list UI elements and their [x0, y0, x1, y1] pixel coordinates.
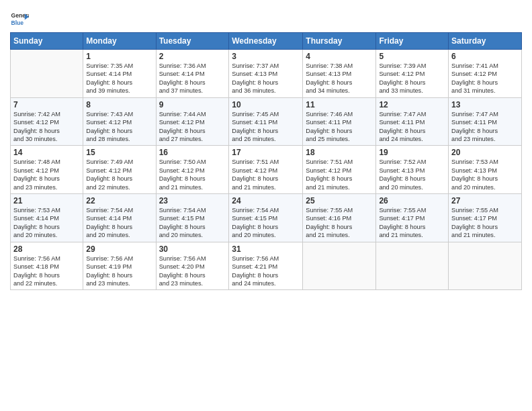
calendar-cell — [11, 50, 83, 98]
cell-content: Sunrise: 7:44 AM Sunset: 4:12 PM Dayligh… — [159, 110, 226, 144]
day-number: 15 — [86, 148, 152, 157]
cell-content: Sunrise: 7:53 AM Sunset: 4:13 PM Dayligh… — [451, 158, 519, 191]
calendar-cell: 22Sunrise: 7:54 AM Sunset: 4:14 PM Dayli… — [83, 194, 156, 242]
cell-content: Sunrise: 7:56 AM Sunset: 4:19 PM Dayligh… — [86, 255, 152, 288]
cell-content: Sunrise: 7:54 AM Sunset: 4:15 PM Dayligh… — [232, 206, 300, 240]
cell-content: Sunrise: 7:39 AM Sunset: 4:12 PM Dayligh… — [379, 62, 445, 95]
cell-content: Sunrise: 7:50 AM Sunset: 4:12 PM Dayligh… — [159, 158, 226, 191]
cell-content: Sunrise: 7:55 AM Sunset: 4:17 PM Dayligh… — [379, 206, 445, 240]
calendar-header-row: SundayMondayTuesdayWednesdayThursdayFrid… — [11, 33, 522, 50]
cell-content: Sunrise: 7:56 AM Sunset: 4:21 PM Dayligh… — [232, 255, 300, 288]
cell-content: Sunrise: 7:36 AM Sunset: 4:14 PM Dayligh… — [159, 62, 226, 95]
day-number: 30 — [159, 244, 226, 254]
day-number: 1 — [86, 52, 152, 61]
day-number: 5 — [379, 52, 445, 61]
logo-icon: General Blue — [10, 9, 29, 28]
day-header: Monday — [83, 33, 156, 50]
cell-content: Sunrise: 7:45 AM Sunset: 4:11 PM Dayligh… — [232, 110, 300, 144]
calendar-cell: 16Sunrise: 7:50 AM Sunset: 4:12 PM Dayli… — [156, 146, 229, 194]
calendar-cell — [303, 242, 376, 290]
cell-content: Sunrise: 7:56 AM Sunset: 4:18 PM Dayligh… — [13, 255, 80, 288]
day-header: Sunday — [11, 33, 83, 50]
calendar-cell: 5Sunrise: 7:39 AM Sunset: 4:12 PM Daylig… — [376, 50, 449, 98]
calendar-cell: 19Sunrise: 7:52 AM Sunset: 4:13 PM Dayli… — [376, 146, 449, 194]
day-number: 23 — [159, 196, 226, 205]
day-number: 12 — [379, 100, 445, 109]
day-number: 24 — [232, 196, 300, 205]
day-number: 26 — [379, 196, 445, 205]
calendar-cell: 2Sunrise: 7:36 AM Sunset: 4:14 PM Daylig… — [156, 50, 229, 98]
cell-content: Sunrise: 7:55 AM Sunset: 4:16 PM Dayligh… — [306, 206, 373, 240]
cell-content: Sunrise: 7:52 AM Sunset: 4:13 PM Dayligh… — [379, 158, 445, 191]
cell-content: Sunrise: 7:46 AM Sunset: 4:11 PM Dayligh… — [306, 110, 373, 144]
day-number: 17 — [232, 148, 300, 157]
cell-content: Sunrise: 7:42 AM Sunset: 4:12 PM Dayligh… — [13, 110, 80, 144]
day-header: Tuesday — [156, 33, 229, 50]
calendar-cell: 7Sunrise: 7:42 AM Sunset: 4:12 PM Daylig… — [11, 97, 83, 146]
calendar-cell: 8Sunrise: 7:43 AM Sunset: 4:12 PM Daylig… — [83, 97, 156, 146]
calendar-cell: 24Sunrise: 7:54 AM Sunset: 4:15 PM Dayli… — [229, 194, 303, 242]
calendar-cell: 23Sunrise: 7:54 AM Sunset: 4:15 PM Dayli… — [156, 194, 229, 242]
day-number: 31 — [232, 244, 300, 254]
calendar-week-row: 14Sunrise: 7:48 AM Sunset: 4:12 PM Dayli… — [11, 146, 522, 194]
calendar-cell: 27Sunrise: 7:55 AM Sunset: 4:17 PM Dayli… — [449, 194, 522, 242]
day-header: Wednesday — [229, 33, 303, 50]
calendar-cell: 25Sunrise: 7:55 AM Sunset: 4:16 PM Dayli… — [303, 194, 376, 242]
day-number: 6 — [451, 52, 519, 61]
calendar-cell: 9Sunrise: 7:44 AM Sunset: 4:12 PM Daylig… — [156, 97, 229, 146]
cell-content: Sunrise: 7:55 AM Sunset: 4:17 PM Dayligh… — [451, 206, 519, 240]
day-number: 9 — [159, 100, 226, 109]
calendar-cell: 17Sunrise: 7:51 AM Sunset: 4:12 PM Dayli… — [229, 146, 303, 194]
calendar-cell: 3Sunrise: 7:37 AM Sunset: 4:13 PM Daylig… — [229, 50, 303, 98]
calendar-cell: 13Sunrise: 7:47 AM Sunset: 4:11 PM Dayli… — [449, 97, 522, 146]
cell-content: Sunrise: 7:53 AM Sunset: 4:14 PM Dayligh… — [13, 206, 80, 240]
calendar-week-row: 1Sunrise: 7:35 AM Sunset: 4:14 PM Daylig… — [11, 50, 522, 98]
calendar-cell: 29Sunrise: 7:56 AM Sunset: 4:19 PM Dayli… — [83, 242, 156, 290]
cell-content: Sunrise: 7:41 AM Sunset: 4:12 PM Dayligh… — [451, 62, 519, 95]
calendar-cell: 31Sunrise: 7:56 AM Sunset: 4:21 PM Dayli… — [229, 242, 303, 290]
cell-content: Sunrise: 7:49 AM Sunset: 4:12 PM Dayligh… — [86, 158, 152, 191]
day-number: 3 — [232, 52, 300, 61]
calendar-cell: 18Sunrise: 7:51 AM Sunset: 4:12 PM Dayli… — [303, 146, 376, 194]
day-number: 21 — [13, 196, 80, 205]
cell-content: Sunrise: 7:54 AM Sunset: 4:14 PM Dayligh… — [86, 206, 152, 240]
day-number: 14 — [13, 148, 80, 157]
day-header: Saturday — [449, 33, 522, 50]
day-number: 27 — [451, 196, 519, 205]
calendar-cell: 10Sunrise: 7:45 AM Sunset: 4:11 PM Dayli… — [229, 97, 303, 146]
cell-content: Sunrise: 7:43 AM Sunset: 4:12 PM Dayligh… — [86, 110, 152, 144]
cell-content: Sunrise: 7:48 AM Sunset: 4:12 PM Dayligh… — [13, 158, 80, 191]
page: General Blue SundayMondayTuesdayWednesda… — [0, 0, 532, 411]
cell-content: Sunrise: 7:37 AM Sunset: 4:13 PM Dayligh… — [232, 62, 300, 95]
calendar-week-row: 7Sunrise: 7:42 AM Sunset: 4:12 PM Daylig… — [11, 97, 522, 146]
day-number: 20 — [451, 148, 519, 157]
calendar-cell: 21Sunrise: 7:53 AM Sunset: 4:14 PM Dayli… — [11, 194, 83, 242]
cell-content: Sunrise: 7:54 AM Sunset: 4:15 PM Dayligh… — [159, 206, 226, 240]
day-number: 13 — [451, 100, 519, 109]
cell-content: Sunrise: 7:47 AM Sunset: 4:11 PM Dayligh… — [379, 110, 445, 144]
cell-content: Sunrise: 7:35 AM Sunset: 4:14 PM Dayligh… — [86, 62, 152, 95]
calendar-cell: 30Sunrise: 7:56 AM Sunset: 4:20 PM Dayli… — [156, 242, 229, 290]
calendar-week-row: 28Sunrise: 7:56 AM Sunset: 4:18 PM Dayli… — [11, 242, 522, 290]
day-number: 11 — [306, 100, 373, 109]
day-number: 19 — [379, 148, 445, 157]
day-number: 25 — [306, 196, 373, 205]
calendar-cell: 4Sunrise: 7:38 AM Sunset: 4:13 PM Daylig… — [303, 50, 376, 98]
calendar-cell: 11Sunrise: 7:46 AM Sunset: 4:11 PM Dayli… — [303, 97, 376, 146]
calendar-cell: 28Sunrise: 7:56 AM Sunset: 4:18 PM Dayli… — [11, 242, 83, 290]
calendar-cell — [449, 242, 522, 290]
day-header: Thursday — [303, 33, 376, 50]
day-number: 18 — [306, 148, 373, 157]
header: General Blue — [10, 7, 522, 28]
calendar-cell: 12Sunrise: 7:47 AM Sunset: 4:11 PM Dayli… — [376, 97, 449, 146]
calendar-cell: 15Sunrise: 7:49 AM Sunset: 4:12 PM Dayli… — [83, 146, 156, 194]
day-header: Friday — [376, 33, 449, 50]
cell-content: Sunrise: 7:47 AM Sunset: 4:11 PM Dayligh… — [451, 110, 519, 144]
calendar-cell: 14Sunrise: 7:48 AM Sunset: 4:12 PM Dayli… — [11, 146, 83, 194]
cell-content: Sunrise: 7:56 AM Sunset: 4:20 PM Dayligh… — [159, 255, 226, 288]
calendar-cell — [376, 242, 449, 290]
day-number: 22 — [86, 196, 152, 205]
calendar-cell: 6Sunrise: 7:41 AM Sunset: 4:12 PM Daylig… — [449, 50, 522, 98]
logo: General Blue — [10, 9, 31, 28]
calendar-cell: 20Sunrise: 7:53 AM Sunset: 4:13 PM Dayli… — [449, 146, 522, 194]
